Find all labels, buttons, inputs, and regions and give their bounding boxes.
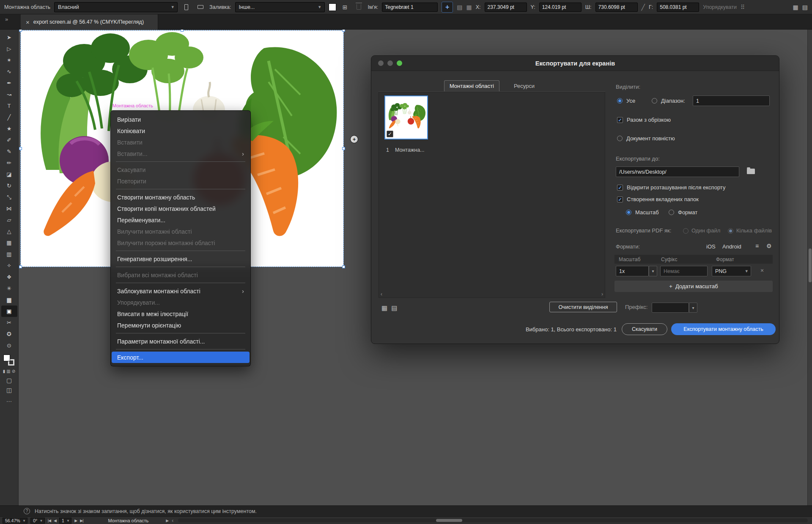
open-after-label[interactable]: Відкрити розташування після експорту [627,184,725,191]
lasso-tool[interactable]: ∿ [2,66,16,77]
subfolders-label[interactable]: Створення вкладених папок [627,196,699,202]
height-input[interactable] [657,3,699,12]
pen-tool[interactable]: ✒ [2,77,16,89]
horizontal-scrollbar-thumb[interactable] [436,519,462,522]
menu-item-paste[interactable]: Вставити [111,136,250,148]
last-artboard-button[interactable]: ▶| [80,519,83,523]
scale-input[interactable] [616,266,649,276]
android-preset-link[interactable]: Android [722,243,741,250]
subfolder-format-label[interactable]: Формат [678,209,697,216]
horizontal-scrollbar[interactable] [178,519,808,522]
prefix-dropdown-button[interactable]: ▾ [689,303,697,313]
menu-item[interactable] [116,283,245,283]
vertical-scrollbar[interactable] [807,30,812,505]
menu-item-generative-expand[interactable]: Генеративне розширення... [111,253,250,265]
subfolders-checkbox[interactable]: ✓ [617,196,623,202]
scroll-right-icon[interactable]: › [601,291,603,297]
perspective-grid-tool[interactable]: △ [2,226,16,237]
artboard-options-icon[interactable]: ▤ [457,4,462,10]
rotate-tool[interactable]: ↻ [2,180,16,191]
select-range-label[interactable]: Діапазон: [661,98,685,104]
menu-item-paste-options[interactable]: Вставити... › [111,148,250,159]
scale-tool[interactable]: ⤡ [2,191,16,203]
line-segment-tool[interactable]: ╱ [2,112,16,123]
first-artboard-button[interactable]: |◀ [48,519,51,523]
screen-mode-icon[interactable]: ◫ [6,387,12,393]
status-flyout-icon[interactable]: ▶ [166,519,169,523]
blend-tool[interactable]: ❖ [2,271,16,283]
gradient-mode-icon[interactable]: ▥ [6,369,10,374]
remove-format-icon[interactable]: × [760,267,764,274]
fill-color-swatch[interactable] [329,3,336,11]
artboard-thumbnail[interactable]: ✓ [384,96,428,139]
menu-item-redo[interactable]: Повторити [111,175,250,187]
window-zoom-button[interactable] [397,60,402,66]
menu-item-delete-artboards[interactable]: Вилучити монтажні області [111,226,250,237]
menu-item[interactable] [116,267,245,267]
tab-artboards[interactable]: Монтажні області [444,80,499,91]
range-input[interactable] [693,96,770,106]
full-document-radio[interactable] [617,136,623,141]
scroll-left-icon[interactable]: ‹ [381,291,382,297]
artboard-name-input[interactable] [382,3,438,12]
menu-item-select-all-artboards[interactable]: Вибрати всі монтажні області [111,269,250,281]
workspace-switcher-icon[interactable]: ▦ [793,4,798,10]
mesh-tool[interactable]: ▦ [2,237,16,248]
menu-item-toggle-orientation[interactable]: Перемкнути орієнтацію [111,319,250,331]
subfolder-format-radio[interactable] [669,210,674,215]
next-artboard-button[interactable]: ▶ [74,519,77,523]
question-icon[interactable]: ? [24,508,30,514]
clear-selection-button[interactable]: Очистити виділення [549,302,617,312]
pdf-multiple-radio[interactable] [728,228,733,234]
reference-point-icon[interactable]: ▦ [466,4,472,10]
select-all-radio[interactable] [617,98,623,104]
scroll-back-icon[interactable]: ‹ [172,518,173,524]
new-artboard-button[interactable]: ⊞ [340,2,350,12]
grid-view-icon[interactable]: ▦ [381,304,387,312]
menu-item-rename[interactable]: Перейменувати... [111,214,250,226]
subfolder-scale-label[interactable]: Масштаб [635,209,659,216]
thumbnail-checkbox[interactable]: ✓ [387,131,393,137]
shape-tool[interactable]: ★ [2,123,16,134]
eraser-tool[interactable]: ◪ [2,169,16,180]
direct-selection-tool[interactable]: ▷ [2,43,16,55]
menu-item-arrange[interactable]: Упорядкувати... [111,297,250,308]
portrait-orientation-button[interactable] [181,2,192,12]
artboard-number-dropdown[interactable]: 1 ▾ [59,518,71,524]
move-artboard-button[interactable]: + [442,2,453,13]
previous-artboard-button[interactable]: ◀ [54,519,56,523]
panel-layout-icon[interactable]: ▤ [802,4,808,10]
menu-item-new-artboard[interactable]: Створити монтажну область [111,191,250,203]
window-close-button[interactable] [378,60,384,66]
menu-item-fit-to-artwork[interactable]: Вписати в межі ілюстрації [111,308,250,319]
zoom-tool[interactable]: ⊙ [2,340,16,351]
format-settings-gear-icon[interactable]: ⚙ [766,243,772,249]
fill-dropdown[interactable]: Інше... ▾ [235,2,325,12]
scale-dropdown-button[interactable]: ▾ [649,266,657,276]
suffix-input[interactable] [660,266,708,276]
color-mode-icon[interactable]: ▮ [3,369,5,374]
paintbrush-tool[interactable]: ✐ [2,134,16,146]
artboard-handle[interactable] [19,265,22,268]
selection-tool[interactable]: ➤ [2,32,16,43]
curvature-tool[interactable]: ↝ [2,89,16,100]
menu-item-delete-empty-artboards[interactable]: Вилучити порожні монтажні області [111,237,250,248]
edit-toolbar-icon[interactable]: … [6,397,12,403]
slice-tool[interactable]: ✂ [2,317,16,328]
menu-item[interactable] [116,161,245,162]
panel-horizontal-scrollbar[interactable]: ‹ › [381,291,603,297]
none-mode-icon[interactable]: ⊘ [12,369,15,374]
column-graph-tool[interactable]: ▆ [2,294,16,306]
export-path-input[interactable] [616,166,739,177]
symbol-sprayer-tool[interactable]: ✳ [2,283,16,294]
dialog-titlebar[interactable]: Експортувати для екранів [371,56,779,71]
menu-item[interactable] [116,251,245,251]
fill-swatch[interactable] [3,355,10,361]
include-bleed-checkbox[interactable]: ✓ [617,117,623,123]
menu-item-undo[interactable]: Скасувати [111,164,250,175]
free-transform-tool[interactable]: ▱ [2,214,16,226]
y-input[interactable] [539,3,582,12]
select-range-radio[interactable] [652,98,657,104]
menu-item-copy[interactable]: Копіювати [111,125,250,136]
hand-tool[interactable]: ✪ [2,328,16,340]
